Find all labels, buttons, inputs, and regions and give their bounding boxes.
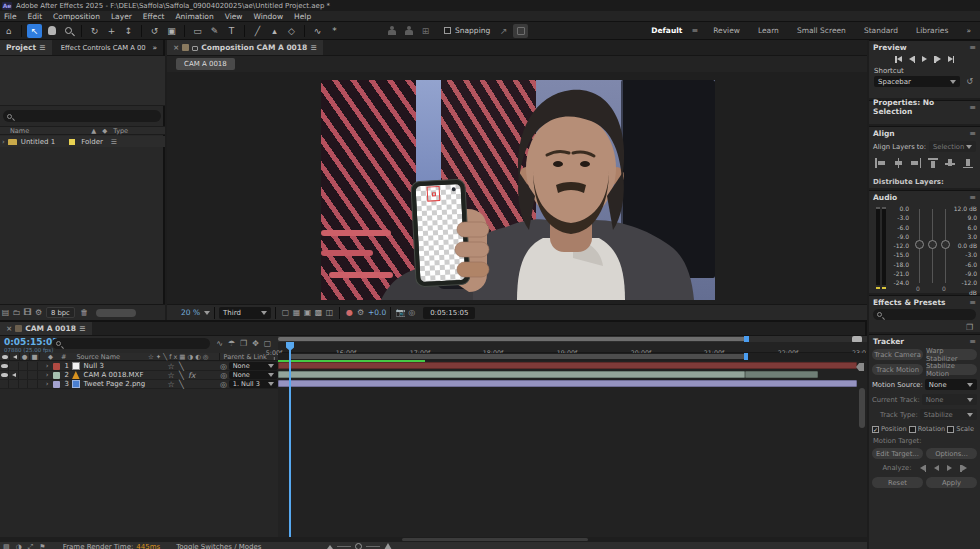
shy-switch[interactable]: ☆ bbox=[166, 379, 176, 390]
layer-bar-cam[interactable] bbox=[278, 371, 745, 378]
align-top-icon[interactable] bbox=[928, 158, 939, 168]
workspace-libraries[interactable]: Libraries bbox=[907, 26, 957, 35]
timeline-track-area[interactable]: 5:00f 16:00f 17:00f 18:00f 19:00f 20:00f… bbox=[278, 336, 867, 542]
track-motion-button[interactable]: Track Motion bbox=[872, 364, 923, 375]
new-composition-icon[interactable]: 🎞 bbox=[22, 307, 33, 318]
analyze-forward-button[interactable] bbox=[947, 465, 952, 471]
orbit-camera-tool-icon[interactable]: ↻ bbox=[87, 24, 102, 38]
analyze-backward-1-button[interactable] bbox=[920, 465, 927, 472]
current-time-display[interactable]: 0:05:15:05 bbox=[4, 337, 59, 347]
expand-transfer-controls-icon[interactable]: ◑ bbox=[16, 543, 22, 549]
tab-project[interactable]: Project≡ bbox=[0, 40, 52, 55]
zoom-in-mountain-icon[interactable] bbox=[384, 543, 392, 549]
workspace-overflow-icon[interactable]: » bbox=[957, 26, 980, 35]
comp-marker-button[interactable] bbox=[856, 363, 864, 371]
color-management-icon[interactable]: ● bbox=[344, 307, 355, 318]
align-bottom-icon[interactable] bbox=[963, 158, 974, 168]
col-type[interactable]: Type bbox=[113, 127, 128, 135]
transparency-grid-icon[interactable]: ▦ bbox=[291, 307, 302, 318]
source-name-column[interactable]: Source Name bbox=[76, 353, 120, 361]
trash-icon[interactable]: 🗑 bbox=[79, 307, 90, 318]
hide-shy-layers-icon[interactable]: ❐ bbox=[238, 338, 249, 349]
new-panel-icon[interactable]: ❐ bbox=[964, 322, 975, 333]
exposure-value[interactable]: +0.0 bbox=[368, 308, 386, 317]
magnification-value[interactable]: 20 % bbox=[181, 308, 200, 317]
panel-menu-icon[interactable]: ≡ bbox=[310, 43, 317, 52]
panel-menu-icon[interactable]: ≡ bbox=[39, 43, 46, 52]
layer-audio-icon[interactable] bbox=[9, 380, 18, 388]
close-icon[interactable]: × bbox=[6, 324, 12, 333]
track-type-dropdown[interactable]: Stabilize bbox=[920, 409, 977, 420]
project-search-input[interactable] bbox=[3, 110, 161, 122]
draft-3d-icon[interactable]: ☂ bbox=[226, 338, 237, 349]
audio-slider-knob-master[interactable] bbox=[941, 240, 950, 249]
sort-arrow-icon[interactable]: ▲ bbox=[91, 127, 96, 135]
resolution-dropdown[interactable]: Third bbox=[219, 307, 271, 319]
switches-columns[interactable]: ☆✦╲fx▦◑◐◎ bbox=[148, 353, 210, 361]
index-column[interactable]: # bbox=[61, 353, 66, 361]
track-camera-button[interactable]: Track Camera bbox=[872, 349, 923, 360]
layer-row-tweet[interactable]: › 3 Tweet Page 2.png ☆ ╲ ◎ 1. Null 3 bbox=[0, 380, 278, 389]
panel-menu-icon[interactable]: ≡ bbox=[969, 193, 976, 202]
panel-menu-icon[interactable]: ≡ bbox=[969, 298, 976, 307]
play-button[interactable] bbox=[922, 56, 927, 62]
layer-lock[interactable] bbox=[28, 371, 37, 379]
type-tool-icon[interactable]: T bbox=[224, 24, 239, 38]
label-swatch[interactable] bbox=[53, 363, 60, 370]
work-area-row[interactable] bbox=[278, 353, 867, 361]
align-right-icon[interactable] bbox=[910, 158, 921, 168]
zoom-out-mountain-icon[interactable] bbox=[327, 545, 333, 549]
menu-animation[interactable]: Animation bbox=[175, 12, 213, 21]
layer-row-cam[interactable]: › 2 CAM A 0018.MXF ☆ ╲ fx ◎ None bbox=[0, 371, 278, 380]
panel-menu-icon[interactable]: ≡ bbox=[79, 324, 86, 333]
view-layout-icon[interactable]: ◫ bbox=[324, 307, 335, 318]
align-target-dropdown[interactable]: Selection bbox=[929, 141, 976, 152]
layer-solo[interactable] bbox=[19, 371, 28, 379]
layer-bar-null3[interactable] bbox=[278, 362, 857, 369]
layer-bar-tweet[interactable] bbox=[278, 380, 857, 387]
quality-switch[interactable]: ╲ bbox=[176, 379, 186, 390]
parent-link-column[interactable]: Parent & Link bbox=[219, 353, 267, 361]
menu-file[interactable]: File bbox=[4, 12, 17, 21]
show-snapshot-icon[interactable]: ◎ bbox=[406, 307, 417, 318]
expand-in-out-panes-icon[interactable]: ⤢ bbox=[28, 543, 34, 549]
tab-timeline-comp[interactable]: × CAM A 0018 ≡ bbox=[0, 322, 92, 335]
gamma-icon[interactable]: ⚙ bbox=[355, 307, 366, 318]
camera-tool-icon[interactable]: ▣ bbox=[164, 24, 179, 38]
expander-icon[interactable]: › bbox=[46, 380, 49, 388]
align-v-center-icon[interactable] bbox=[945, 158, 956, 168]
workspace-default[interactable]: Default bbox=[642, 26, 691, 35]
audio-slider-knob-right[interactable] bbox=[928, 240, 937, 249]
audio-column-icon[interactable] bbox=[10, 353, 20, 361]
align-left-icon[interactable] bbox=[875, 158, 886, 168]
zoom-slider-knob[interactable] bbox=[355, 543, 362, 549]
last-frame-button[interactable] bbox=[948, 56, 955, 63]
workspace-learn[interactable]: Learn bbox=[749, 26, 788, 35]
rotation-checkbox[interactable] bbox=[909, 426, 916, 433]
layer-name[interactable]: Null 3 bbox=[84, 362, 166, 370]
timeline-search-input[interactable] bbox=[52, 338, 210, 349]
scale-checkbox[interactable] bbox=[947, 426, 954, 433]
render-flag-icon[interactable]: ⚑ bbox=[39, 543, 45, 549]
warp-stabilizer-button[interactable]: Warp Stabilizer bbox=[926, 349, 977, 360]
region-of-interest-icon[interactable]: ▢ bbox=[280, 307, 291, 318]
new-folder-icon[interactable]: 🗀 bbox=[11, 307, 22, 318]
col-name[interactable]: Name bbox=[10, 127, 29, 135]
puppet-pin-tool-icon[interactable]: * bbox=[327, 24, 342, 38]
effects-search-input[interactable] bbox=[873, 309, 976, 320]
motion-blur-icon[interactable]: ▢ bbox=[262, 338, 273, 349]
track-point-region[interactable] bbox=[427, 186, 441, 202]
layer-bar-cam-tail[interactable] bbox=[745, 371, 818, 378]
zoom-tool-icon[interactable] bbox=[61, 24, 76, 38]
layer-visibility-icon[interactable] bbox=[0, 371, 9, 379]
work-area-bar[interactable] bbox=[290, 354, 746, 359]
magnification-caret-icon[interactable] bbox=[204, 311, 210, 315]
reset-icon[interactable]: ↺ bbox=[964, 76, 975, 87]
frame-blending-icon[interactable]: ✥ bbox=[250, 338, 261, 349]
layer-row-null3[interactable]: › 1 Null 3 ☆ ╲ ◎ None bbox=[0, 362, 278, 371]
eraser-tool-icon[interactable]: ◇ bbox=[284, 24, 299, 38]
work-area-end-marker[interactable] bbox=[744, 353, 748, 360]
bit-depth-button[interactable]: 8 bpc bbox=[46, 307, 75, 318]
mask-visibility-icon[interactable]: ⊞ bbox=[418, 24, 433, 38]
tab-effect-controls[interactable]: Effect Controls CAM A 0018.MXF bbox=[52, 40, 147, 55]
